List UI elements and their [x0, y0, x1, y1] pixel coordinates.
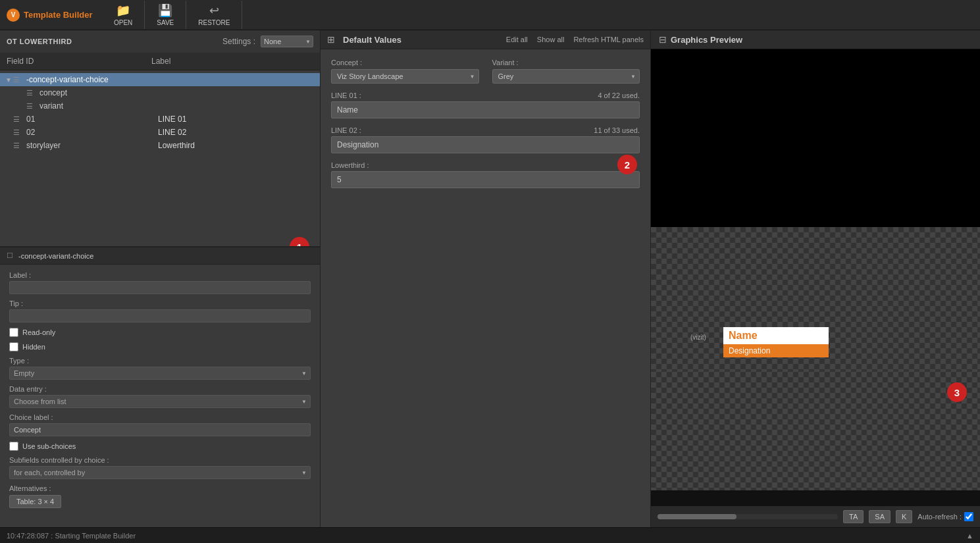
- prop-label-input[interactable]: [9, 281, 311, 294]
- line01-entry: LINE 01 : 4 of 22 used.: [331, 91, 640, 118]
- sa-button[interactable]: SA: [869, 510, 890, 523]
- properties-body: Label : Tip : Read-only Hidden: [0, 265, 320, 515]
- edit-all-link[interactable]: Edit all: [506, 36, 528, 43]
- scrollbar-area: [658, 514, 838, 519]
- prop-type-select[interactable]: Empty: [9, 367, 311, 380]
- line01-input[interactable]: [331, 101, 640, 118]
- readonly-row: Read-only: [9, 328, 311, 337]
- readonly-checkbox[interactable]: [9, 328, 18, 337]
- default-values-icon: ⊞: [327, 34, 335, 45]
- line01-header: LINE 01 : 4 of 22 used.: [331, 91, 640, 99]
- middle-panel: ⊞ Default Values Edit all Show all Refre…: [321, 30, 651, 527]
- label-header: Label: [151, 57, 170, 66]
- field-id-header: Field ID: [7, 57, 138, 66]
- preview-black-top: [651, 49, 980, 227]
- ot-header-row: OT LOWERTHIRD Settings : None: [0, 30, 320, 53]
- prop-type-label: Type :: [9, 357, 311, 365]
- tree-item-variant[interactable]: ☰ variant: [0, 99, 320, 113]
- lowerthird-header: Lowerthird :: [331, 161, 640, 169]
- refresh-html-link[interactable]: Refresh HTML panels: [573, 36, 644, 43]
- line02-count: 11 of 33 used.: [594, 126, 640, 134]
- field-columns: 02 LINE 02: [26, 128, 315, 137]
- prop-label-group: Label :: [9, 271, 311, 294]
- graphics-preview-title: Graphics Preview: [671, 35, 742, 45]
- auto-refresh-checkbox[interactable]: [964, 512, 973, 521]
- prop-tip-input[interactable]: [9, 309, 311, 323]
- tree-item-concept[interactable]: ☰ concept: [0, 86, 320, 99]
- prop-type-group: Type : Empty: [9, 357, 311, 380]
- alternatives-row: Alternatives : Table: 3 × 4: [9, 484, 311, 508]
- save-label: SAVE: [157, 19, 174, 26]
- tree-item-01[interactable]: ☰ 01 LINE 01: [0, 113, 320, 126]
- prop-subfields-group: Subfields controlled by choice : for eac…: [9, 456, 311, 479]
- status-bar: 10:47:28:087 : Starting Template Builder…: [0, 527, 980, 543]
- line02-header: LINE 02 : 11 of 33 used.: [331, 126, 640, 134]
- lowerthird-input[interactable]: [331, 171, 640, 188]
- settings-select[interactable]: None: [261, 36, 313, 47]
- preview-designation: Designation: [723, 344, 829, 357]
- line02-label: LINE 02 :: [331, 126, 361, 134]
- open-button[interactable]: 📁 OPEN: [102, 1, 145, 29]
- k-button[interactable]: K: [896, 510, 912, 523]
- middle-header: ⊞ Default Values Edit all Show all Refre…: [321, 30, 650, 49]
- brand-icon: V: [7, 9, 20, 22]
- prop-choice-label-input[interactable]: [9, 423, 311, 436]
- prop-data-entry-select[interactable]: Choose from list: [9, 395, 311, 408]
- prop-subfields-label: Subfields controlled by choice :: [9, 456, 311, 464]
- preview-graphic: Name Designation: [723, 327, 829, 357]
- field-id-value: 01: [26, 115, 158, 124]
- ta-button[interactable]: TA: [843, 510, 864, 523]
- line01-count: 4 of 22 used.: [598, 91, 640, 99]
- badge-3: 3: [947, 382, 967, 402]
- restore-icon: ↩: [209, 3, 219, 18]
- save-button[interactable]: 💾 SAVE: [145, 1, 186, 29]
- concept-select[interactable]: Viz Story Landscape: [331, 69, 479, 84]
- concept-label: Concept :: [331, 59, 479, 66]
- list-icon: ☰: [26, 89, 37, 97]
- scrollbar-thumb[interactable]: [658, 514, 736, 519]
- list-icon: ☰: [13, 142, 24, 150]
- sub-choices-checkbox[interactable]: [9, 442, 18, 451]
- auto-refresh-label: Auto-refresh :: [917, 513, 962, 521]
- field-columns: -concept-variant-choice: [26, 75, 315, 84]
- readonly-label: Read-only: [22, 328, 55, 336]
- arrow-up-icon: ▲: [966, 532, 973, 540]
- lowerthird-entry: Lowerthird :: [331, 161, 640, 188]
- right-footer: TA SA K Auto-refresh :: [651, 505, 980, 527]
- hidden-checkbox[interactable]: [9, 342, 18, 351]
- field-id-value: concept: [39, 88, 171, 97]
- right-header: ⊟ Graphics Preview: [651, 30, 980, 49]
- graphics-preview-icon: ⊟: [659, 34, 667, 45]
- variant-group: Variant : Grey: [492, 59, 640, 84]
- show-all-link[interactable]: Show all: [537, 36, 565, 43]
- list-icon: ☰: [26, 102, 37, 111]
- folder-icon: ☰: [13, 76, 24, 84]
- prop-data-entry-label: Data entry :: [9, 385, 311, 393]
- app-title: Template Builder: [24, 10, 93, 20]
- field-list-header: Field ID Label: [0, 53, 320, 70]
- tree-item-02[interactable]: ☰ 02 LINE 02: [0, 126, 320, 139]
- field-columns: variant: [39, 101, 315, 111]
- restore-label: RESTORE: [198, 19, 230, 26]
- prop-subfields-select[interactable]: for each, controlled by: [9, 466, 311, 479]
- app-brand: V Template Builder: [0, 9, 102, 22]
- status-message: 10:47:28:087 : Starting Template Builder: [7, 532, 136, 540]
- badge-1: 1: [290, 237, 309, 246]
- restore-button[interactable]: ↩ RESTORE: [186, 1, 242, 29]
- alternatives-button[interactable]: Table: 3 × 4: [9, 495, 61, 508]
- concept-select-wrapper: Viz Story Landscape: [331, 69, 479, 84]
- default-values-title: Default Values: [343, 35, 401, 45]
- settings-select-wrapper: None: [261, 36, 313, 47]
- tree-item-storylayer[interactable]: ☰ storylayer Lowerthird: [0, 139, 320, 152]
- preview-wrapper: Name Designation (vizit) 3: [651, 49, 980, 505]
- field-list-section: OT LOWERTHIRD Settings : None Field ID L…: [0, 30, 320, 247]
- tree-item-concept-variant-choice[interactable]: ▼ ☰ -concept-variant-choice: [0, 73, 320, 86]
- variant-select[interactable]: Grey: [492, 69, 640, 84]
- open-icon: 📁: [116, 3, 130, 18]
- prop-data-entry-select-wrapper: Choose from list: [9, 395, 311, 408]
- field-id-value: -concept-variant-choice: [26, 75, 158, 84]
- sub-choices-label: Use sub-choices: [22, 442, 76, 450]
- list-icon: ☰: [13, 115, 24, 124]
- line02-input[interactable]: [331, 136, 640, 153]
- prop-label-label: Label :: [9, 271, 311, 279]
